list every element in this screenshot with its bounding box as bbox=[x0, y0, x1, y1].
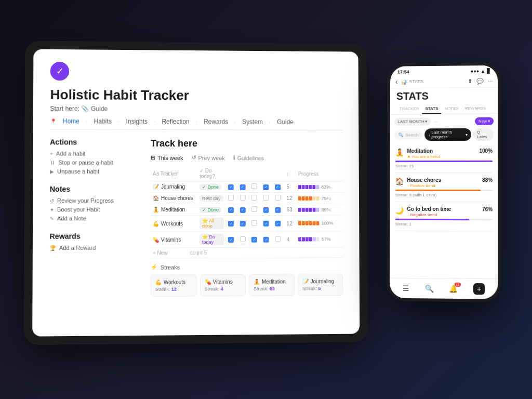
search-bottom-icon[interactable]: 🔍 bbox=[424, 284, 433, 292]
cb[interactable]: ✓ bbox=[228, 207, 234, 213]
cb[interactable]: ✓ bbox=[263, 184, 269, 190]
lates-label: Q Lates bbox=[477, 130, 490, 139]
tab-rewards[interactable]: REWARDS bbox=[462, 104, 489, 114]
bed-icon: 🌙 bbox=[395, 206, 404, 215]
table-row: 🏠 House chores Rest day 12 bbox=[151, 192, 343, 204]
cb[interactable] bbox=[251, 183, 257, 189]
status-done: ✓ Done bbox=[200, 184, 221, 190]
grid-icon: ⊞ bbox=[151, 154, 155, 161]
cb[interactable]: ✓ bbox=[240, 184, 245, 190]
add-reward-label: Add a Reward bbox=[59, 245, 96, 251]
bell-icon[interactable]: 🔔 17 bbox=[449, 285, 458, 293]
add-reward-button[interactable]: 🏆 Add a Reward bbox=[49, 244, 134, 251]
review-progress-label: Review your Progress bbox=[57, 197, 114, 204]
stat-header: 🧘 Meditation ★ You are a hero! 100% bbox=[395, 148, 493, 159]
battery-icon: ▊ bbox=[487, 69, 490, 74]
nav-home[interactable]: Home bbox=[63, 117, 79, 125]
guide-link[interactable]: 📎 Guide bbox=[81, 105, 108, 112]
cb[interactable] bbox=[251, 220, 257, 225]
nav-rewards[interactable]: Rewards bbox=[204, 118, 228, 125]
boost-habit-button[interactable]: ✦ Boost your Habit bbox=[50, 206, 134, 212]
progress-bar: 83% bbox=[298, 184, 341, 190]
cb[interactable]: ✓ bbox=[228, 184, 234, 190]
nav-guide[interactable]: Guide bbox=[277, 118, 294, 126]
cb[interactable] bbox=[240, 195, 245, 201]
add-button[interactable]: + bbox=[473, 283, 485, 295]
stop-habit-button[interactable]: ⏸ Stop or pause a habit bbox=[50, 159, 134, 166]
tablet-screen: ✓ Holistic Habit Tracker Start here: 📎 G… bbox=[32, 49, 360, 337]
cb[interactable]: ✓ bbox=[263, 237, 269, 243]
progress-pct: 57% bbox=[322, 236, 331, 242]
nav-system[interactable]: System bbox=[242, 118, 263, 126]
last-month-filter[interactable]: LAST MONTH ▾ bbox=[394, 117, 431, 125]
nav-insights[interactable]: Insights bbox=[126, 118, 148, 125]
house-icon: 🏠 bbox=[395, 177, 404, 185]
table-row: 💊 Vitamins ⭐ Do today ✓ ✓ ✓ 4 bbox=[151, 231, 343, 248]
cb[interactable]: ✓ bbox=[251, 237, 257, 243]
habit-count: 63 bbox=[285, 204, 297, 215]
habit-name-journaling: 📝 Journaling bbox=[153, 184, 195, 190]
unpause-habit-button[interactable]: ▶ Unpause a habit bbox=[50, 168, 134, 175]
comment-icon[interactable]: 💬 bbox=[476, 77, 484, 84]
tab-guidelines[interactable]: ℹ Guidelines bbox=[233, 154, 264, 161]
checkmark-icon: ✓ bbox=[56, 65, 63, 77]
tab-this-week[interactable]: ⊞ This week bbox=[151, 154, 183, 161]
col-cb2 bbox=[237, 166, 249, 181]
add-habit-button[interactable]: + Add a habit bbox=[50, 150, 134, 156]
cb[interactable] bbox=[240, 236, 246, 242]
cb[interactable]: ✓ bbox=[263, 207, 269, 213]
cb[interactable]: ✓ bbox=[263, 221, 269, 227]
tab-stats[interactable]: STATS bbox=[422, 104, 442, 114]
pause-icon: ⏸ bbox=[50, 159, 55, 165]
stat-info: House chores ↑ Positive trend bbox=[407, 177, 479, 188]
col-cb1 bbox=[226, 166, 238, 181]
cb[interactable] bbox=[251, 206, 257, 212]
cb[interactable]: ✓ bbox=[240, 221, 246, 227]
cb[interactable]: ✓ bbox=[228, 221, 234, 227]
stat-trend: ★ You are a hero! bbox=[407, 154, 476, 159]
back-button[interactable]: ‹ bbox=[395, 77, 398, 86]
cb[interactable] bbox=[251, 195, 257, 201]
status-dotoday: ⭐ Do today bbox=[200, 234, 224, 245]
progress-pct: 86% bbox=[321, 207, 330, 212]
cb[interactable] bbox=[275, 236, 281, 242]
stat-progress-bar bbox=[395, 161, 493, 162]
stats-list: 🧘 Meditation ★ You are a hero! 100% Stre… bbox=[390, 144, 498, 279]
tab-notes[interactable]: NOTES bbox=[441, 104, 461, 114]
cb[interactable]: ✓ bbox=[275, 184, 281, 190]
more-icon[interactable]: ··· bbox=[488, 77, 493, 84]
tablet-device: ✓ Holistic Habit Tracker Start here: 📎 G… bbox=[24, 41, 368, 345]
cb[interactable]: ✓ bbox=[275, 221, 281, 227]
nav-habits[interactable]: Habits bbox=[94, 117, 112, 125]
add-note-button[interactable]: ✎ Add a Note bbox=[50, 215, 134, 221]
search-bar[interactable]: 🔍 Search bbox=[394, 130, 423, 139]
notion-main: Track here ⊞ This week ↺ Prev week ℹ Gu bbox=[151, 138, 343, 327]
stat-progress-bar bbox=[395, 219, 493, 221]
cb[interactable] bbox=[228, 195, 234, 201]
review-progress-button[interactable]: ↺ Review your Progress bbox=[50, 197, 134, 204]
cb[interactable]: ✓ bbox=[240, 207, 245, 213]
stat-trend: ↓ Negative trend bbox=[407, 212, 479, 217]
habit-name-workouts: 💪 Workouts bbox=[153, 221, 195, 227]
page-title: Holistic Habit Tracker bbox=[50, 87, 342, 104]
progress-bar: 57% bbox=[298, 236, 341, 242]
nav-reflection[interactable]: Reflection bbox=[162, 118, 189, 125]
new-button[interactable]: New ▾ bbox=[475, 117, 494, 125]
cb[interactable] bbox=[263, 195, 269, 201]
phone-tabs: TRACKER STATS NOTES REWARDS bbox=[390, 104, 498, 115]
share-icon[interactable]: ⬆ bbox=[468, 78, 472, 85]
cb[interactable]: ✓ bbox=[275, 207, 281, 213]
tab-prev-week[interactable]: ↺ Prev week bbox=[192, 154, 225, 161]
progress-pct: 100% bbox=[322, 221, 334, 226]
new-label: New bbox=[478, 119, 487, 124]
lates-filter[interactable]: Q Lates bbox=[473, 128, 494, 141]
meditation-streak-icon: 🧘 bbox=[254, 279, 260, 285]
new-row-label[interactable]: + New bbox=[153, 250, 168, 256]
cb[interactable] bbox=[275, 195, 281, 201]
prev-icon: ↺ bbox=[192, 154, 196, 161]
cb[interactable]: ✓ bbox=[228, 237, 234, 243]
progress-filter[interactable]: ↓ Last month progress ▾ bbox=[425, 128, 472, 141]
tab-tracker[interactable]: TRACKER bbox=[396, 104, 422, 114]
streak-card-meditation: 🧘 Meditation Streak: 63 bbox=[249, 274, 295, 296]
list-icon[interactable]: ☰ bbox=[403, 284, 409, 292]
